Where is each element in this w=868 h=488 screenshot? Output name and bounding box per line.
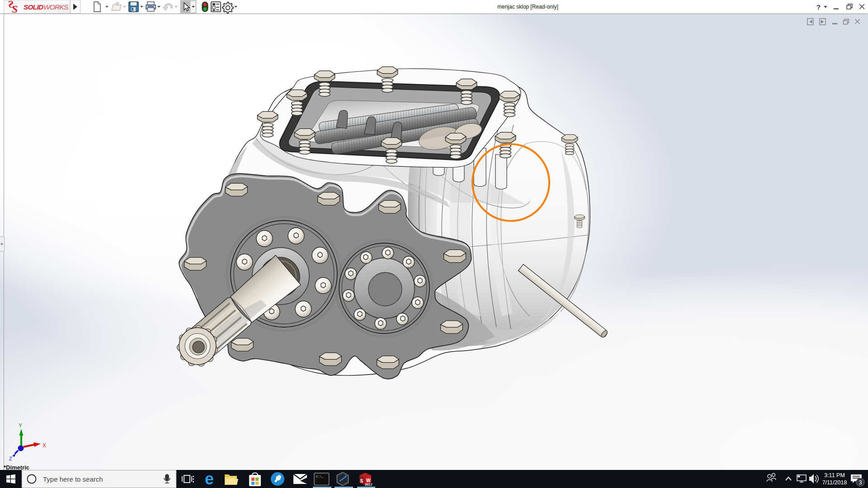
svg-text:7/11/2018: 7/11/2018 bbox=[822, 479, 847, 486]
svg-text:WORKS: WORKS bbox=[43, 3, 69, 11]
svg-text:C:\_: C:\_ bbox=[316, 475, 324, 479]
svg-text:SOLID: SOLID bbox=[24, 3, 43, 11]
svg-text:S: S bbox=[12, 4, 18, 14]
svg-text:e: e bbox=[205, 470, 214, 488]
svg-text:3: 3 bbox=[859, 479, 862, 486]
svg-text:?: ? bbox=[816, 3, 821, 11]
svg-text:X: X bbox=[42, 442, 46, 449]
svg-text:Type here to search: Type here to search bbox=[43, 475, 103, 483]
svg-text:Z: Z bbox=[9, 456, 12, 461]
svg-text:3:11 PM: 3:11 PM bbox=[824, 472, 845, 479]
svg-text:S: S bbox=[360, 479, 363, 483]
svg-text:2017: 2017 bbox=[365, 483, 373, 487]
svg-text:Y: Y bbox=[19, 422, 22, 429]
